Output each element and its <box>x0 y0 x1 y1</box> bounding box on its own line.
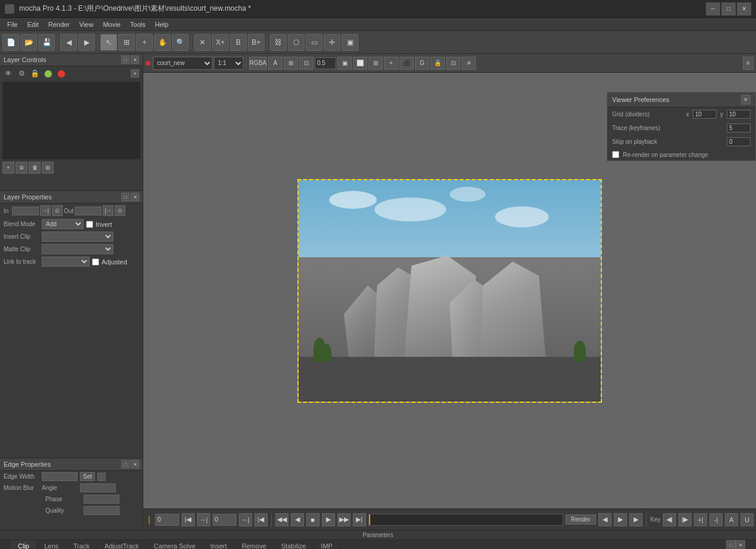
tab-imp[interactable]: IMP <box>314 540 340 549</box>
eye-icon[interactable]: 👁 <box>4 69 13 78</box>
view-btn2[interactable]: ⬜ <box>353 57 367 70</box>
tab-stabilize[interactable]: Stabilize <box>274 540 314 549</box>
layer-props-close-btn[interactable]: ✕ <box>131 193 139 201</box>
key-add-btn[interactable]: +| <box>694 513 707 526</box>
transform-tool[interactable]: ⊞ <box>118 34 135 51</box>
layer-props-expand-btn[interactable]: □ <box>121 193 130 201</box>
view-btn6[interactable]: G <box>415 57 429 70</box>
in-input[interactable] <box>12 206 39 215</box>
quality-input[interactable] <box>84 506 119 515</box>
add-point-tool[interactable]: + <box>136 34 153 51</box>
tab-adjusttrack[interactable]: AdjustTrack <box>97 540 147 549</box>
edge-color-swatch[interactable] <box>97 473 106 481</box>
render-play-btn[interactable]: ▶ <box>614 513 627 526</box>
overlay-btn[interactable]: ⊞ <box>284 57 298 70</box>
next-btn[interactable]: ▶▶ <box>337 513 351 526</box>
viewer-prefs-btn[interactable]: ≡ <box>743 57 754 70</box>
menu-file[interactable]: File <box>2 20 23 29</box>
tab-track[interactable]: Track <box>66 540 97 549</box>
view-btn3[interactable]: ⊞ <box>368 57 383 70</box>
prev-frame-btn[interactable]: ◀◀ <box>275 513 288 526</box>
tab-clip[interactable]: Clip <box>11 540 37 549</box>
time-input1[interactable] <box>155 514 179 526</box>
view-btn1[interactable]: ▣ <box>337 57 352 70</box>
lock-icon[interactable]: 🔒 <box>30 69 39 78</box>
zoom-tool[interactable]: 🔍 <box>172 34 189 51</box>
key-a-btn[interactable]: A <box>725 513 738 526</box>
minimize-button[interactable]: ─ <box>706 2 720 16</box>
gear-icon[interactable]: ⚙ <box>17 69 26 78</box>
menu-tools[interactable]: Tools <box>125 20 150 29</box>
skip-input[interactable] <box>727 137 751 146</box>
layer-controls-opts-btn[interactable]: ≡ <box>131 69 139 78</box>
menu-view[interactable]: View <box>75 20 99 29</box>
go-to-btn[interactable]: →| <box>197 513 210 526</box>
grid-y-input[interactable] <box>727 110 751 119</box>
invert-checkbox[interactable] <box>86 221 93 228</box>
render-btn[interactable]: Render <box>566 514 596 525</box>
view-btn5[interactable]: ⬛ <box>399 57 414 70</box>
out-goto-btn[interactable]: |→ <box>103 205 113 216</box>
play-btn[interactable]: ▶ <box>322 513 335 526</box>
phase-input[interactable] <box>84 495 119 504</box>
view-btn7[interactable]: 🔒 <box>431 57 445 70</box>
view-btn8[interactable]: ⊡ <box>446 57 460 70</box>
bezier2-btn[interactable]: B+ <box>248 34 265 51</box>
close-button[interactable]: ✕ <box>737 2 751 16</box>
edge-set-btn[interactable]: Set <box>80 472 95 481</box>
key-prev-btn[interactable]: ◀| <box>663 513 676 526</box>
menu-render[interactable]: Render <box>44 20 75 29</box>
poly-btn[interactable]: ⬠ <box>288 34 305 51</box>
insert-clip-select[interactable] <box>42 232 113 242</box>
key-del-btn[interactable]: -| <box>709 513 723 526</box>
re-render-checkbox[interactable] <box>612 151 619 158</box>
link-btn[interactable]: ⛓ <box>270 34 287 51</box>
prev-btn[interactable]: ◀ <box>291 513 304 526</box>
key-next-btn[interactable]: |▶ <box>678 513 692 526</box>
trace-input[interactable] <box>727 124 751 132</box>
overlay2-btn[interactable]: ⊡ <box>299 57 314 70</box>
grid-x-input[interactable] <box>693 110 717 119</box>
blend-mode-select[interactable]: Add Normal Multiply <box>42 219 84 229</box>
bottom-close-btn[interactable]: ✕ <box>736 540 745 549</box>
tab-insert[interactable]: Insert <box>203 540 235 549</box>
layer-controls-expand-btn[interactable]: □ <box>121 55 130 64</box>
color-circle1[interactable]: ⬤ <box>43 69 53 78</box>
edge-width-input[interactable] <box>42 472 78 481</box>
color-circle2[interactable]: ⬤ <box>56 69 66 78</box>
angle-input[interactable] <box>80 483 116 492</box>
new-btn[interactable]: 📄 <box>2 34 19 51</box>
menu-edit[interactable]: Edit <box>23 20 44 29</box>
bezier-btn[interactable]: B <box>230 34 247 51</box>
copy-layer-btn[interactable]: ⧉ <box>16 162 27 174</box>
adjusted-checkbox[interactable] <box>92 258 99 266</box>
del-layer-btn[interactable]: 🗑 <box>29 162 41 174</box>
open-btn[interactable]: 📂 <box>20 34 37 51</box>
go-to2-btn[interactable]: |◀ <box>254 513 268 526</box>
rect-btn[interactable]: ▭ <box>306 34 322 51</box>
time-input2[interactable] <box>213 514 236 526</box>
render-next-btn[interactable]: ▶ <box>629 513 643 526</box>
tab-lens[interactable]: Lens <box>37 540 66 549</box>
pan-tool[interactable]: ✋ <box>154 34 171 51</box>
out-extra-btn[interactable]: ⊙ <box>115 205 125 216</box>
back-btn[interactable]: ◀ <box>60 34 77 51</box>
tab-remove[interactable]: Remove <box>235 540 274 549</box>
save-btn[interactable]: 💾 <box>38 34 55 51</box>
key-u-btn[interactable]: U <box>740 513 754 526</box>
clip-selector[interactable]: court_new <box>153 57 213 70</box>
zoom-selector[interactable]: 1:1 1:2 2:1 <box>214 57 244 70</box>
view-btn9[interactable]: ✳ <box>462 57 476 70</box>
go-start-btn[interactable]: |◀ <box>182 513 195 526</box>
tab-camera-solve[interactable]: Camera Solve <box>147 540 204 549</box>
layer-controls-close-btn[interactable]: ✕ <box>131 55 139 64</box>
rgba-btn[interactable]: RGBA <box>249 57 267 70</box>
view-btn4[interactable]: + <box>384 57 398 70</box>
in-goto-btn[interactable]: →| <box>40 205 51 216</box>
bottom-expand-btn[interactable]: □ <box>726 540 736 549</box>
select-all-btn[interactable]: ▣ <box>342 34 358 51</box>
edge-props-close-btn[interactable]: ✕ <box>131 460 139 468</box>
matte-clip-select[interactable] <box>42 244 113 254</box>
select-tool[interactable]: ↖ <box>100 34 117 51</box>
alpha-btn[interactable]: A <box>268 57 282 70</box>
